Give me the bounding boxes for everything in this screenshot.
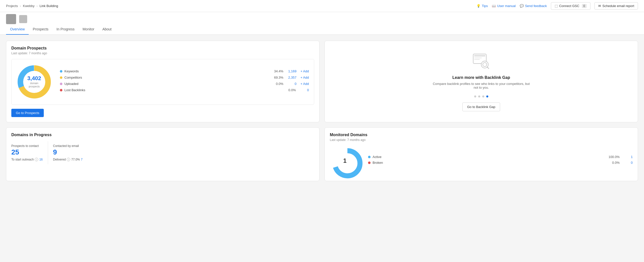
keywords-pct: 34.4% xyxy=(271,69,283,73)
domain-prospects-card: Domain Prospects Last update: 7 months a… xyxy=(6,41,319,122)
monitored-legend: Active 100.0% 1 Broken 0.0% 0 xyxy=(368,155,633,167)
svg-line-9 xyxy=(487,67,489,69)
delivered-pct: 77.0% xyxy=(71,158,80,161)
lost-backlinks-value[interactable]: 0 xyxy=(298,88,309,92)
monitored-inner: 1 Active 100.0% 1 Broken 0.0% 0 xyxy=(330,146,633,176)
breadcrumb-kwebby[interactable]: Kwebby xyxy=(23,4,34,8)
competitors-add-button[interactable]: + Add xyxy=(300,76,309,79)
contacted-by-email-block: Contacted by email 9 Delivered i 77.0% 7 xyxy=(48,141,88,164)
active-dot xyxy=(368,156,371,158)
prospects-to-contact-sub: To start outreach i 16 xyxy=(11,158,43,161)
tab-in-progress[interactable]: In Progress xyxy=(53,24,79,35)
monitored-domains-subtitle: Last update: 7 months ago xyxy=(330,138,633,142)
tab-overview[interactable]: Overview xyxy=(6,24,29,35)
to-start-outreach-info-icon[interactable]: i xyxy=(35,158,38,161)
schedule-email-button[interactable]: ✉ Schedule email report xyxy=(594,2,638,10)
competitors-value[interactable]: 2,357 xyxy=(285,76,296,79)
lost-backlinks-pct: 0.0% xyxy=(283,88,296,92)
uploaded-value[interactable]: 0 xyxy=(285,82,296,86)
active-label: Active xyxy=(373,155,605,159)
carousel-dot-1[interactable] xyxy=(474,95,476,97)
user-manual-link[interactable]: 📖 User manual xyxy=(492,4,516,8)
prospects-inner: 3,402 domainprospects Keywords 34.4% 1,1… xyxy=(11,59,314,105)
tabs-bar: Overview Prospects In Progress Monitor A… xyxy=(0,24,644,35)
donut-total: 3,402 xyxy=(27,76,41,81)
connect-gsc-label: Connect GSC xyxy=(559,4,579,8)
carousel-dots xyxy=(474,95,488,97)
domain-prospects-title: Domain Prospects xyxy=(11,46,314,50)
legend-row-competitors: Competitors 69.3% 2,357 + Add xyxy=(60,76,309,79)
breadcrumb-projects[interactable]: Projects xyxy=(6,4,18,8)
connect-gsc-button[interactable]: ⬚ Connect GSC 0 xyxy=(551,2,590,10)
tips-icon: 💡 xyxy=(476,4,480,8)
backlink-gap-desc: Compare backlink profiles to see who lin… xyxy=(431,82,532,89)
prospects-legend: Keywords 34.4% 1,169 + Add Competitors 6… xyxy=(60,69,309,94)
progress-stats: Prospects to contact 25 To start outreac… xyxy=(11,141,314,164)
svg-rect-6 xyxy=(474,59,480,60)
delivered-info-icon[interactable]: i xyxy=(67,158,70,161)
carousel-dot-4[interactable] xyxy=(486,95,488,97)
carousel-dot-2[interactable] xyxy=(478,95,480,97)
tab-prospects[interactable]: Prospects xyxy=(29,24,52,35)
main-content: Domain Prospects Last update: 7 months a… xyxy=(0,35,644,187)
donut-center: 3,402 domainprospects xyxy=(27,76,41,88)
prospects-to-contact-label: Prospects to contact xyxy=(11,144,43,148)
keywords-dot xyxy=(60,70,62,73)
send-feedback-label: Send feedback xyxy=(525,4,547,8)
svg-rect-5 xyxy=(474,58,482,58)
schedule-email-label: Schedule email report xyxy=(602,4,634,8)
keywords-label: Keywords xyxy=(64,69,269,73)
keywords-add-button[interactable]: + Add xyxy=(300,69,309,73)
uploaded-add-button[interactable]: + Add xyxy=(300,82,309,86)
competitors-label: Competitors xyxy=(64,76,269,79)
monitored-donut-chart: 1 xyxy=(330,146,360,176)
delivered-value[interactable]: 7 xyxy=(81,158,83,161)
carousel-dot-3[interactable] xyxy=(482,95,484,97)
active-value[interactable]: 1 xyxy=(622,155,633,159)
tool-header xyxy=(0,12,644,24)
delivered-sub: Delivered i 77.0% 7 xyxy=(53,158,83,161)
breadcrumb-current: Link Building xyxy=(39,4,58,8)
svg-rect-4 xyxy=(474,55,485,57)
top-actions: 💡 Tips 📖 User manual 💬 Send feedback ⬚ C… xyxy=(476,2,638,10)
tool-logo-secondary xyxy=(19,15,27,23)
tab-about[interactable]: About xyxy=(98,24,116,35)
domains-in-progress-card: Domains in Progress Prospects to contact… xyxy=(6,127,319,181)
domains-in-progress-title: Domains in Progress xyxy=(11,133,314,137)
backlink-gap-card: Learn more with Backlink Gap Compare bac… xyxy=(325,41,638,122)
keywords-value[interactable]: 1,169 xyxy=(285,69,296,73)
monitored-total: 1 xyxy=(343,157,346,164)
prospects-to-contact-block: Prospects to contact 25 To start outreac… xyxy=(11,141,48,164)
email-icon: ✉ xyxy=(598,4,601,8)
send-feedback-link[interactable]: 💬 Send feedback xyxy=(520,4,547,8)
donut-label: domainprospects xyxy=(27,82,41,88)
competitors-dot xyxy=(60,76,62,79)
tab-monitor[interactable]: Monitor xyxy=(78,24,98,35)
monitored-domains-title: Monitored Domains xyxy=(330,133,633,137)
tips-label: Tips xyxy=(482,4,488,8)
broken-label: Broken xyxy=(373,161,605,165)
monitored-domains-card: Monitored Domains Last update: 7 months … xyxy=(325,127,638,181)
monitored-center: 1 xyxy=(343,157,346,164)
donut-chart: 3,402 domainprospects xyxy=(17,64,52,99)
svg-point-10 xyxy=(335,151,360,176)
broken-value[interactable]: 0 xyxy=(622,161,633,165)
broken-pct: 0.0% xyxy=(607,161,620,165)
gsc-icon: ⬚ xyxy=(555,4,558,8)
lost-backlinks-label: Lost Backlinks xyxy=(64,88,281,92)
go-to-backlink-gap-button[interactable]: Go to Backlink Gap xyxy=(462,102,500,111)
legend-row-keywords: Keywords 34.4% 1,169 + Add xyxy=(60,69,309,73)
domain-prospects-subtitle: Last update: 7 months ago xyxy=(11,51,314,55)
monitored-legend-row-active: Active 100.0% 1 xyxy=(368,155,633,159)
tips-link[interactable]: 💡 Tips xyxy=(476,4,488,8)
backlink-gap-icon xyxy=(471,52,491,70)
uploaded-label: Uploaded xyxy=(64,82,269,86)
book-icon: 📖 xyxy=(492,4,496,8)
competitors-pct: 69.3% xyxy=(271,76,283,79)
prospects-to-contact-number: 25 xyxy=(11,149,43,156)
to-start-outreach-label: To start outreach xyxy=(11,158,34,161)
go-to-prospects-button[interactable]: Go to Prospects xyxy=(11,109,44,117)
to-start-outreach-value[interactable]: 16 xyxy=(39,158,43,161)
breadcrumb: Projects › Kwebby › Link Building xyxy=(6,4,58,8)
legend-row-uploaded: Uploaded 0.0% 0 + Add xyxy=(60,82,309,86)
